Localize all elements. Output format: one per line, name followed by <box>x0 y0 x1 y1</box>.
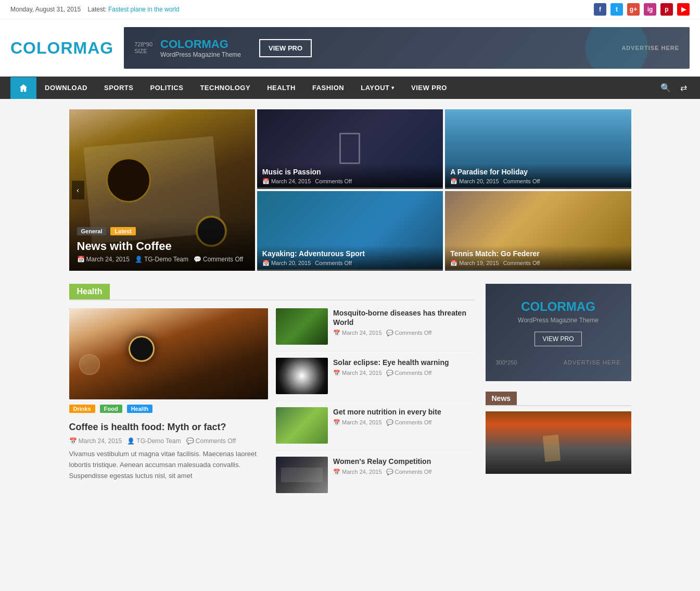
article-thumb-nutrition[interactable] <box>276 407 328 444</box>
sidebar-news: News <box>486 392 631 474</box>
article-meta-relay: 📅 March 24, 2015 💬 Comments Off <box>333 469 475 475</box>
hero-small-kayak-comments: Comments Off <box>315 260 352 267</box>
nav-viewpro[interactable]: VIEW PRO <box>403 77 455 99</box>
hero-small-music-meta: 📅 March 24, 2015 Comments Off <box>262 178 438 185</box>
article-info-mosquito: Mosquito-borne diseases has threaten Wor… <box>333 308 475 336</box>
article-title-mosquito[interactable]: Mosquito-borne diseases has threaten Wor… <box>333 308 475 327</box>
article-comments-eclipse: 💬 Comments Off <box>386 370 432 376</box>
banner-view-pro-button[interactable]: VIEW PRO <box>259 39 312 57</box>
banner-logo2: MAG <box>202 37 228 51</box>
youtube-icon[interactable]: ▶ <box>677 3 690 16</box>
hero-main-overlay: General Latest News with Coffee 📅 March … <box>69 219 255 271</box>
googleplus-icon[interactable]: g+ <box>627 3 640 16</box>
nav-download[interactable]: DOWNLOAD <box>36 77 96 99</box>
logo[interactable]: COLORMAG <box>10 39 113 58</box>
nav-technology[interactable]: TECHNOLOGY <box>192 77 259 99</box>
sidebar-news-title: News <box>486 392 631 406</box>
article-meta-eclipse: 📅 March 24, 2015 💬 Comments Off <box>333 370 475 376</box>
logo-part2: MAG <box>73 39 114 57</box>
hero-small-paradise-overlay: A Paradise for Holiday 📅 March 20, 2015 … <box>445 164 631 189</box>
nav-politics[interactable]: POLITICS <box>142 77 192 99</box>
article-meta-nutrition: 📅 March 24, 2015 💬 Comments Off <box>333 419 475 426</box>
hero-small-kayak-title: Kayaking: Adventurous Sport <box>262 249 438 258</box>
home-button[interactable] <box>10 77 36 99</box>
home-icon <box>19 83 28 93</box>
article-date-relay: 📅 March 24, 2015 <box>333 469 382 475</box>
hero-main-article[interactable]: ‹ General Latest News with Coffee 📅 Marc… <box>69 109 255 271</box>
article-title-eclipse[interactable]: Solar eclipse: Eye health warning <box>333 358 475 367</box>
article-thumb-relay[interactable] <box>276 457 328 493</box>
facebook-icon[interactable]: f <box>594 3 606 16</box>
hero-small-paradise-title: A Paradise for Holiday <box>450 168 626 176</box>
article-title-relay[interactable]: Women's Relay Competition <box>333 457 475 466</box>
tag-food[interactable]: Food <box>100 405 122 413</box>
twitter-icon[interactable]: t <box>610 3 623 16</box>
article-item-eclipse: Solar eclipse: Eye health warning 📅 Marc… <box>276 358 475 401</box>
banner-title: COLORMAG WordPress Magazine Theme <box>160 37 241 58</box>
sidebar-logo-part1: COLOR <box>521 299 566 313</box>
hero-main-author: 👤 TG-Demo Team <box>135 256 188 263</box>
hero-small-music-comments: Comments Off <box>315 178 352 185</box>
sidebar: COLORMAG WordPress Magazine Theme VIEW P… <box>486 284 631 499</box>
featured-title[interactable]: Coffee is health food: Myth or fact? <box>69 421 269 433</box>
article-comments-relay: 💬 Comments Off <box>386 469 432 475</box>
sidebar-ad-logo: COLORMAG <box>496 299 621 314</box>
hero-small-paradise[interactable]: A Paradise for Holiday 📅 March 20, 2015 … <box>445 109 631 189</box>
article-info-eclipse: Solar eclipse: Eye health warning 📅 Marc… <box>333 358 475 376</box>
sidebar-view-pro-button[interactable]: VIEW PRO <box>534 332 581 346</box>
tag-drinks[interactable]: Drinks <box>69 405 95 413</box>
search-icon[interactable]: 🔍 <box>658 80 673 95</box>
article-date-mosquito: 📅 March 24, 2015 <box>333 330 382 336</box>
banner-size: 728*90SIZE <box>134 41 152 55</box>
tag-general[interactable]: General <box>77 227 107 235</box>
top-bar: Monday, August 31, 2015 Latest: Fastest … <box>0 0 700 19</box>
featured-article-image[interactable] <box>69 308 269 399</box>
health-section: Health Drinks Food Health <box>69 284 475 499</box>
slider-prev-button[interactable]: ‹ <box>72 181 84 199</box>
tag-latest[interactable]: Latest <box>110 227 135 235</box>
sidebar-ad: COLORMAG WordPress Magazine Theme VIEW P… <box>486 284 631 381</box>
article-item-relay: Women's Relay Competition 📅 March 24, 20… <box>276 457 475 499</box>
featured-meta: 📅 March 24, 2015 👤 TG-Demo Team 💬 Commen… <box>69 437 269 445</box>
nav-items: DOWNLOAD SPORTS POLITICS TECHNOLOGY HEAL… <box>36 77 658 99</box>
hero-small-kayak-date: 📅 March 20, 2015 <box>262 260 311 267</box>
shuffle-icon[interactable]: ⇄ <box>678 80 690 95</box>
featured-date: 📅 March 24, 2015 <box>69 437 122 445</box>
hero-small-music[interactable]: Music is Passion 📅 March 24, 2015 Commen… <box>257 109 443 189</box>
pinterest-icon[interactable]: p <box>660 3 673 16</box>
article-thumb-eclipse[interactable] <box>276 358 328 394</box>
banner-logo1: COLOR <box>160 37 201 51</box>
health-main-grid: Drinks Food Health Coffee is health food… <box>69 308 475 499</box>
header: COLORMAG 728*90SIZE COLORMAG WordPress M… <box>0 19 700 77</box>
article-item-nutrition: Get more nutrition in every bite 📅 March… <box>276 407 475 450</box>
article-comments-nutrition: 💬 Comments Off <box>386 419 432 426</box>
nav-fashion[interactable]: FASHION <box>304 77 352 99</box>
hero-small-tennis[interactable]: Tennis Match: Go Federer 📅 March 19, 201… <box>445 191 631 271</box>
sidebar-ad-advertise: ADVERTISE HERE <box>564 359 621 366</box>
banner-ad[interactable]: 728*90SIZE COLORMAG WordPress Magazine T… <box>124 27 690 69</box>
featured-excerpt: Vivamus vestibulum ut magna vitae facili… <box>69 449 269 481</box>
article-comments-mosquito: 💬 Comments Off <box>386 330 432 336</box>
nav-health[interactable]: HEALTH <box>259 77 304 99</box>
article-item-mosquito: Mosquito-borne diseases has threaten Wor… <box>276 308 475 351</box>
latest-link[interactable]: Fastest plane in the world <box>108 6 180 13</box>
sidebar-news-image[interactable] <box>486 411 631 474</box>
article-meta-mosquito: 📅 March 24, 2015 💬 Comments Off <box>333 330 475 336</box>
featured-comments: 💬 Comments Off <box>186 437 236 445</box>
hero-small-kayak-overlay: Kayaking: Adventurous Sport 📅 March 20, … <box>257 245 443 271</box>
sidebar-ad-size: 300*250 <box>496 359 517 366</box>
article-title-nutrition[interactable]: Get more nutrition in every bite <box>333 407 475 417</box>
article-thumb-mosquito[interactable] <box>276 308 328 345</box>
hero-main-title[interactable]: News with Coffee <box>77 240 247 253</box>
hero-small-kayak[interactable]: Kayaking: Adventurous Sport 📅 March 20, … <box>257 191 443 271</box>
instagram-icon[interactable]: ig <box>644 3 656 16</box>
hero-small-tennis-comments: Comments Off <box>503 260 540 267</box>
featured-tags: Drinks Food Health <box>69 405 269 417</box>
tag-health[interactable]: Health <box>127 405 153 413</box>
nav-right-icons: 🔍 ⇄ <box>658 80 690 95</box>
nav-layout[interactable]: LAYOUT <box>352 77 403 99</box>
sidebar-ad-bottom: 300*250 ADVERTISE HERE <box>496 359 621 366</box>
content-grid: Health Drinks Food Health <box>69 284 631 499</box>
hero-small-music-title: Music is Passion <box>262 168 438 176</box>
nav-sports[interactable]: SPORTS <box>96 77 142 99</box>
